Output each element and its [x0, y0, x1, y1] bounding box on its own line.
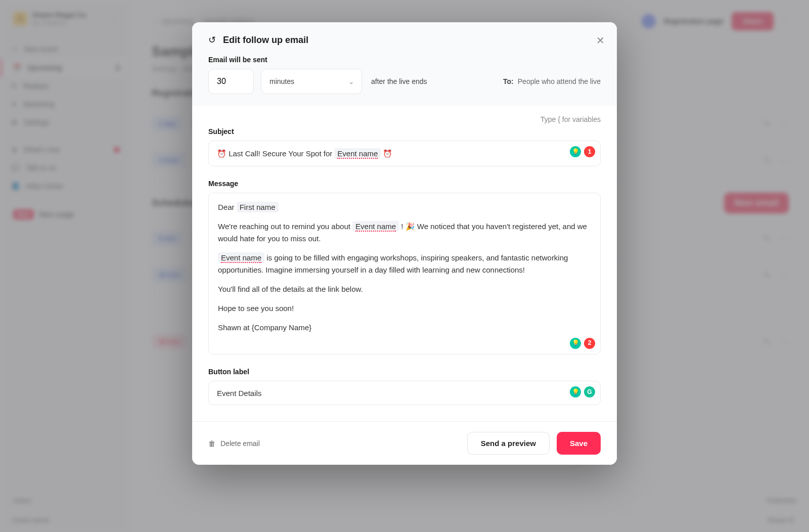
trash-icon: 🗑 [208, 439, 215, 448]
text: is going to be filled with engaging work… [218, 253, 568, 274]
send-preview-button[interactable]: Send a preview [467, 432, 550, 455]
text: Hope to see you soon! [218, 302, 591, 315]
grammarly-bulb-icon[interactable]: 💡 [570, 338, 581, 349]
recipients: To:People who attend the live [503, 77, 601, 85]
after-text: after the live ends [371, 77, 427, 85]
variable-event-name: Event name [355, 222, 396, 232]
subject-input[interactable]: ⏰ Last Call! Secure Your Spot for Event … [208, 141, 601, 166]
variable-event-name: Event name [221, 253, 261, 263]
grammarly-bulb-icon[interactable]: 💡 [570, 146, 581, 157]
subject-text: ⏰ Last Call! Secure Your Spot for [217, 149, 332, 158]
close-icon[interactable]: ✕ [593, 31, 608, 50]
subject-label: Subject [208, 127, 601, 136]
text: You'll find all of the details at the li… [218, 283, 591, 295]
save-button[interactable]: Save [557, 432, 601, 455]
delete-label: Delete email [220, 439, 260, 448]
variables-hint: Type { for variables [208, 115, 601, 123]
variable-event-name: Event name [337, 149, 378, 159]
modal-title: Edit follow up email [223, 35, 308, 46]
chevron-down-icon: ⌄ [348, 77, 354, 85]
message-editor[interactable]: Dear First name We're reaching out to re… [208, 193, 601, 354]
subject-text: ⏰ [383, 149, 392, 158]
edit-email-modal: ✕ ↺ Edit follow up email Email will be s… [192, 22, 617, 465]
delete-email-button[interactable]: 🗑 Delete email [208, 439, 260, 448]
text: We're reaching out to remind you about [218, 222, 352, 231]
button-label-input[interactable]: Event Details 💡 G [208, 381, 601, 405]
variable-first-name: First name [237, 202, 279, 212]
button-label-label: Button label [208, 368, 601, 376]
grammarly-icon[interactable]: G [584, 386, 595, 397]
timing-label: Email will be sent [208, 56, 601, 64]
grammarly-count[interactable]: 1 [584, 146, 595, 157]
grammarly-bulb-icon[interactable]: 💡 [570, 386, 581, 397]
message-label: Message [208, 180, 601, 188]
delay-input[interactable] [208, 69, 254, 94]
unit-value: minutes [269, 77, 294, 85]
unit-select[interactable]: minutes ⌄ [261, 69, 362, 94]
undo-icon[interactable]: ↺ [208, 34, 216, 46]
grammarly-count[interactable]: 2 [584, 338, 595, 349]
button-label-value: Event Details [217, 389, 261, 397]
text: Dear [218, 203, 237, 211]
signature: Shawn at {Company Name} [218, 322, 591, 334]
